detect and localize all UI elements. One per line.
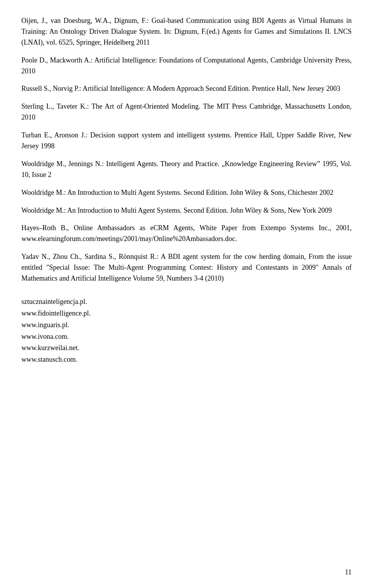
- reference-7: Wooldridge M.: An Introduction to Multi …: [21, 187, 352, 198]
- reference-6: Wooldridge M., Jennings N.: Intelligent …: [21, 159, 352, 180]
- website-3: www.inguaris.pl.: [21, 320, 352, 331]
- website-2-text: www.fidointelligence.pl.: [21, 309, 91, 317]
- reference-4-text: Sterling L., Taveter K.: The Art of Agen…: [21, 102, 352, 121]
- website-2: www.fidointelligence.pl.: [21, 308, 352, 319]
- website-1-text: sztucznainteligencja.pl.: [21, 298, 87, 305]
- website-4: www.ivona.com.: [21, 331, 352, 342]
- website-5-text: www.kurzweilai.net.: [21, 344, 79, 352]
- reference-2-text: Poole D., Mackworth A.: Artificial Intel…: [21, 56, 352, 75]
- reference-9: Hayes–Roth B., Online Ambassadors as eCR…: [21, 223, 352, 245]
- reference-5: Turban E., Aronson J.: Decision support …: [21, 130, 352, 152]
- website-6: www.stanusch.com.: [21, 354, 352, 365]
- reference-7-text: Wooldridge M.: An Introduction to Multi …: [21, 189, 333, 196]
- reference-4: Sterling L., Taveter K.: The Art of Agen…: [21, 101, 352, 123]
- reference-3: Russell S., Norvig P.: Artificial Intell…: [21, 83, 352, 94]
- reference-8-text: Wooldridge M.: An Introduction to Multi …: [21, 206, 332, 214]
- page-content: Oijen, J., van Doesburg, W.A., Dignum, F…: [0, 0, 373, 389]
- website-4-text: www.ivona.com.: [21, 333, 69, 340]
- reference-10: Yadav N., Zhou Ch., Sardina S., Rönnquis…: [21, 252, 352, 284]
- reference-9-text: Hayes–Roth B., Online Ambassadors as eCR…: [21, 224, 352, 243]
- website-3-text: www.inguaris.pl.: [21, 321, 69, 329]
- websites-section: sztucznainteligencja.pl. www.fidointelli…: [21, 297, 352, 365]
- website-6-text: www.stanusch.com.: [21, 356, 77, 363]
- website-1: sztucznainteligencja.pl.: [21, 297, 352, 307]
- website-5: www.kurzweilai.net.: [21, 343, 352, 354]
- reference-5-text: Turban E., Aronson J.: Decision support …: [21, 131, 352, 150]
- reference-1-text: Oijen, J., van Doesburg, W.A., Dignum, F…: [21, 17, 352, 46]
- reference-2: Poole D., Mackworth A.: Artificial Intel…: [21, 55, 352, 77]
- reference-3-text: Russell S., Norvig P.: Artificial Intell…: [21, 85, 340, 92]
- reference-8: Wooldridge M.: An Introduction to Multi …: [21, 205, 352, 216]
- reference-6-text: Wooldridge M., Jennings N.: Intelligent …: [21, 160, 352, 179]
- reference-1: Oijen, J., van Doesburg, W.A., Dignum, F…: [21, 16, 352, 48]
- page-number: 11: [345, 568, 352, 576]
- reference-10-text: Yadav N., Zhou Ch., Sardina S., Rönnquis…: [21, 253, 352, 282]
